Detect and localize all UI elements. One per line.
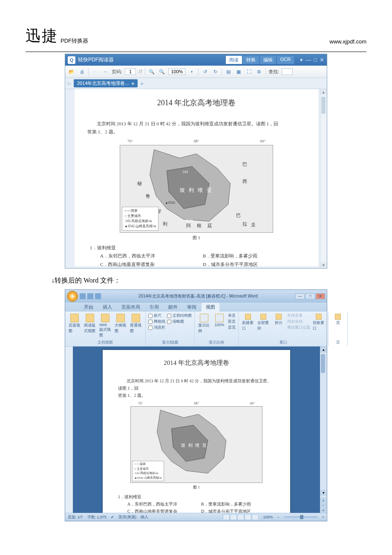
zoom-plus-icon[interactable]: + <box>322 515 324 519</box>
btn-split[interactable]: 拆分 <box>272 313 285 327</box>
rotate-right-icon[interactable]: ↻ <box>211 68 219 75</box>
wscroll-up-icon[interactable]: ▴ <box>320 347 327 353</box>
status-proof-icon[interactable]: ✔ <box>111 515 114 519</box>
office-button-icon[interactable] <box>67 291 78 302</box>
status-zoom[interactable]: 100% <box>263 515 273 519</box>
opt-syncscroll[interactable]: 同步滚动 <box>287 319 310 324</box>
ribbon-tabs: 开始 插入 页面布局 引用 邮件 审阅 视图 <box>65 303 327 312</box>
btn-print-layout[interactable]: 页面视图 <box>68 313 81 335</box>
vb-outline-icon[interactable] <box>245 514 251 520</box>
vb-web-icon[interactable] <box>237 514 244 520</box>
close-icon[interactable]: ✕ <box>320 57 324 63</box>
sidebar-toggle-icon[interactable]: ▷ <box>68 81 71 86</box>
next-page-icon[interactable]: → <box>101 68 109 75</box>
single-page-icon[interactable]: ▤ <box>225 68 232 75</box>
mode-ocr[interactable]: OCR <box>277 56 294 64</box>
tab-ref[interactable]: 引用 <box>145 303 163 312</box>
status-mode[interactable]: 插入 <box>141 515 148 520</box>
opt-resetpos[interactable]: 重设窗口位置 <box>287 325 310 330</box>
opt-sidebyside[interactable]: 并排查看 <box>287 313 310 318</box>
opt-twopage[interactable]: 双页 <box>228 319 236 324</box>
btn-reading[interactable]: 阅读版式视图 <box>83 313 97 335</box>
chk-thumbs[interactable]: 缩略图 <box>167 319 192 324</box>
menu-icon[interactable]: ▾ <box>300 57 303 63</box>
browse-controls[interactable]: ▴○▾ <box>320 497 327 513</box>
scroll-down-icon[interactable]: ▾ <box>320 262 327 268</box>
tab-review[interactable]: 审阅 <box>183 303 201 312</box>
btn-arrange[interactable]: 全部重排 <box>257 313 270 332</box>
print-icon[interactable]: 🖨 <box>78 68 86 75</box>
prev-page-icon[interactable]: ← <box>91 68 99 75</box>
zoom-in-icon[interactable]: 🔍 <box>158 68 166 75</box>
zoom-dropdown-icon[interactable]: ▾ <box>188 68 196 75</box>
word-title: 2014年北京高考地理卷附答案-高清 [兼容模式] - Microsoft Wo… <box>101 293 295 299</box>
btn-switchwin[interactable]: 切换窗口 <box>312 313 326 332</box>
snapshot-icon[interactable]: ⧉ <box>255 68 263 75</box>
wq1d: D．城市多分布于平原地区 <box>201 508 275 513</box>
btn-web[interactable]: Web 版式视图 <box>98 313 112 339</box>
fullscreen-icon[interactable]: ⛶ <box>245 68 253 75</box>
document-tab[interactable]: 2014年北京高考地理卷... × <box>74 79 138 87</box>
pdf-scrollbar[interactable]: ▴ ▾ <box>320 89 327 268</box>
qat-redo-icon[interactable] <box>95 293 101 299</box>
btn-outline[interactable]: 大纲视图 <box>114 313 127 335</box>
btn-zoom[interactable]: 显示比例 <box>197 313 211 335</box>
status-words[interactable]: 字数: 1,975 <box>87 515 107 520</box>
vb-print-icon[interactable] <box>223 514 230 520</box>
maximize-icon[interactable]: □ <box>306 293 315 299</box>
page-input[interactable] <box>125 68 136 75</box>
tab-mail[interactable]: 邮件 <box>164 303 182 312</box>
minimize-icon[interactable]: — <box>295 293 305 299</box>
zoom-slider[interactable] <box>284 516 318 518</box>
mode-read[interactable]: 阅读 <box>226 56 242 64</box>
continuous-icon[interactable]: ▦ <box>235 68 242 75</box>
chk-ruler[interactable]: 标尺 <box>148 313 165 318</box>
btn-100[interactable]: 100% <box>213 313 226 328</box>
mode-convert[interactable]: 转换 <box>243 56 259 64</box>
zoom-out-icon[interactable]: 🔍 <box>148 68 156 75</box>
add-tab-button[interactable]: + <box>140 80 144 87</box>
pdf-gutter <box>65 89 75 268</box>
wlon-76: 76° <box>138 401 143 407</box>
open-icon[interactable]: 📂 <box>68 68 75 75</box>
status-lang[interactable]: 英语(美国) <box>118 515 136 520</box>
qat-save-icon[interactable] <box>80 293 86 299</box>
word-scrollbar[interactable]: ▴ ▾ ▴○▾ <box>320 347 327 513</box>
tab-insert[interactable]: 插入 <box>98 303 116 312</box>
chk-gridlines[interactable]: 网格线 <box>148 319 165 324</box>
close-icon[interactable]: ✕ <box>316 293 325 299</box>
btn-draft[interactable]: 普通视图 <box>129 313 143 335</box>
minimize-icon[interactable]: — <box>306 57 311 63</box>
group-label-views: 文档视图 <box>68 340 143 345</box>
chk-docmap[interactable]: 文档结构图 <box>167 313 192 318</box>
rotate-left-icon[interactable]: ↺ <box>201 68 209 75</box>
maximize-icon[interactable]: □ <box>314 57 317 63</box>
wscroll-thumb[interactable] <box>321 354 325 373</box>
tab-layout[interactable]: 页面布局 <box>117 303 144 312</box>
chk-msgbar[interactable]: 消息栏 <box>148 325 165 330</box>
qat-undo-icon[interactable] <box>87 293 93 299</box>
opt-onepage[interactable]: 单页 <box>228 313 236 318</box>
wscroll-down-icon[interactable]: ▾ <box>320 490 327 496</box>
tab-view[interactable]: 视图 <box>202 303 219 312</box>
mode-edit[interactable]: 编辑 <box>260 56 276 64</box>
opt-pagewidth[interactable]: 页宽 <box>228 325 236 330</box>
find-input[interactable] <box>282 68 293 75</box>
app-title: 轻快PDF阅读器 <box>78 56 114 64</box>
n-ba2: 巴 <box>236 211 241 220</box>
word-window-controls: — □ ✕ <box>295 293 325 299</box>
btn-newwin[interactable]: 新建窗口 <box>241 313 255 332</box>
scroll-up-icon[interactable]: ▴ <box>320 89 327 95</box>
zoom-input[interactable] <box>168 68 185 75</box>
zoom-knob[interactable] <box>300 515 303 519</box>
doc-intro2: 答第 1、2 题。 <box>87 128 306 136</box>
scroll-thumb[interactable] <box>321 97 326 114</box>
status-page[interactable]: 页面: 1/7 <box>68 515 83 520</box>
btn-macros[interactable]: 宏 <box>331 313 345 327</box>
vb-read-icon[interactable] <box>230 514 237 520</box>
tab-close-icon[interactable]: × <box>132 81 134 86</box>
tab-home[interactable]: 开始 <box>80 303 98 312</box>
legend-1: ─·─ 国界 <box>124 208 156 214</box>
zoom-minus-icon[interactable]: − <box>277 515 279 519</box>
vb-draft-icon[interactable] <box>252 514 259 520</box>
